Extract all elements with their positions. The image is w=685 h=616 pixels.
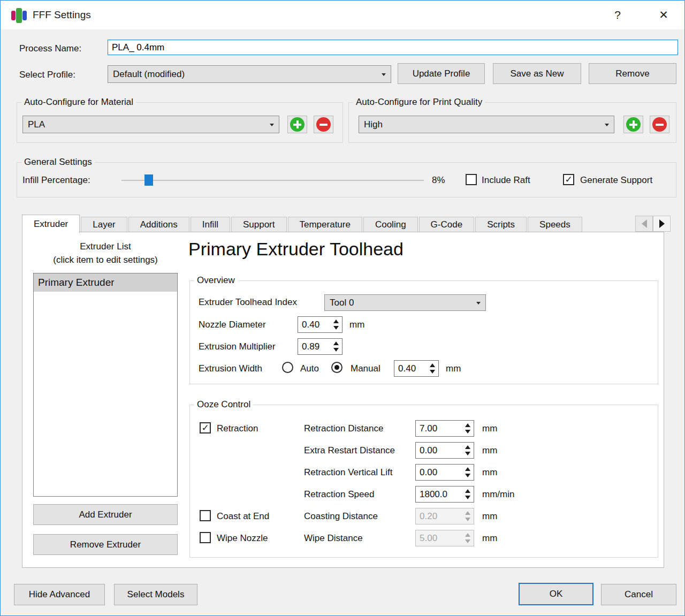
cancel-button[interactable]: Cancel (601, 584, 676, 605)
quality-group-title: Auto-Configure for Print Quality (353, 97, 485, 108)
process-name-label: Process Name: (19, 43, 81, 54)
close-icon[interactable]: ✕ (654, 6, 673, 24)
retraction-label: Retraction (217, 423, 258, 434)
tab-extruder[interactable]: Extruder (22, 215, 80, 233)
spin-down-icon[interactable] (465, 430, 470, 434)
retraction-speed-label: Retraction Speed (304, 489, 374, 500)
add-extruder-button[interactable]: Add Extruder (33, 504, 178, 525)
include-raft-label: Include Raft (482, 175, 530, 186)
spin-up-icon[interactable] (333, 320, 339, 323)
extrusion-multiplier-input[interactable] (298, 339, 330, 354)
extrusion-width-unit: mm (446, 363, 461, 374)
coasting-distance-spinner (415, 508, 474, 524)
profile-dropdown[interactable]: Default (modified) (108, 65, 391, 83)
tab-scroll-left-icon (642, 219, 647, 228)
infill-slider-handle[interactable] (144, 174, 153, 186)
tab-gcode[interactable]: G-Code (419, 217, 475, 232)
spin-down-icon[interactable] (465, 452, 470, 455)
extrusion-width-manual-label: Manual (351, 363, 380, 374)
quality-dropdown[interactable]: High (359, 116, 614, 133)
include-raft-checkbox[interactable] (466, 174, 477, 185)
nozzle-diameter-label: Nozzle Diameter (199, 320, 266, 330)
generate-support-label: Generate Support (580, 175, 652, 186)
remove-quality-button[interactable] (650, 116, 669, 133)
tab-speeds[interactable]: Speeds (528, 217, 582, 232)
hide-advanced-button[interactable]: Hide Advanced (14, 584, 105, 605)
process-name-input[interactable] (108, 40, 678, 55)
update-profile-button[interactable]: Update Profile (398, 63, 485, 84)
nozzle-diameter-input[interactable] (298, 317, 330, 332)
infill-percent-value: 8% (432, 175, 445, 186)
extrusion-width-spinner[interactable] (394, 360, 439, 377)
spin-up-icon[interactable] (333, 341, 339, 345)
ok-button[interactable]: OK (519, 583, 593, 605)
tab-scripts[interactable]: Scripts (475, 217, 527, 232)
spin-up-icon[interactable] (465, 489, 470, 493)
material-dropdown[interactable]: PLA (22, 116, 279, 133)
spin-down-icon (465, 518, 470, 521)
remove-profile-button[interactable]: Remove (589, 63, 676, 84)
add-quality-button[interactable] (623, 116, 643, 133)
infill-slider-track[interactable] (121, 180, 424, 181)
spin-up-icon[interactable] (465, 467, 470, 471)
spin-down-icon[interactable] (333, 348, 339, 352)
save-as-new-button[interactable]: Save as New (493, 63, 581, 84)
spin-down-icon[interactable] (430, 370, 435, 374)
spin-up-icon[interactable] (465, 423, 470, 427)
extra-restart-distance-input[interactable] (416, 443, 462, 458)
list-item-primary-extruder[interactable]: Primary Extruder (34, 273, 177, 292)
spin-up-icon[interactable] (430, 363, 435, 367)
extrusion-multiplier-spinner[interactable] (298, 338, 342, 355)
spin-down-icon[interactable] (465, 496, 470, 499)
coast-at-end-checkbox[interactable] (200, 510, 211, 521)
extrusion-width-manual-radio[interactable] (331, 362, 342, 373)
coasting-distance-label: Coasting Distance (304, 511, 378, 522)
chevron-down-icon (605, 124, 609, 126)
generate-support-checkbox[interactable] (563, 174, 574, 185)
fff-settings-dialog: FFF Settings ? ✕ Process Name: Select Pr… (0, 0, 685, 616)
extra-restart-distance-spinner[interactable] (415, 442, 474, 459)
tab-support[interactable]: Support (231, 217, 287, 232)
retraction-vertical-lift-input[interactable] (416, 465, 462, 480)
spin-down-icon[interactable] (465, 474, 470, 477)
retraction-vertical-lift-spinner[interactable] (415, 464, 474, 481)
add-material-button[interactable] (287, 116, 307, 133)
tab-additions[interactable]: Additions (128, 217, 189, 232)
help-icon[interactable]: ? (608, 6, 627, 24)
retraction-speed-input[interactable] (416, 486, 462, 502)
tab-scroll-left-button[interactable] (635, 216, 653, 232)
tab-cooling[interactable]: Cooling (363, 217, 418, 232)
retraction-speed-unit: mm/min (482, 489, 514, 500)
retraction-distance-spinner[interactable] (415, 420, 474, 437)
tab-layer[interactable]: Layer (81, 217, 127, 232)
quality-groupbox: Auto-Configure for Print Quality High (348, 102, 676, 143)
tab-infill[interactable]: Infill (191, 217, 230, 232)
extrusion-width-auto-radio[interactable] (282, 362, 293, 373)
select-models-button[interactable]: Select Models (114, 584, 197, 605)
wipe-nozzle-checkbox[interactable] (200, 532, 211, 543)
tab-scroll-right-icon (659, 219, 665, 228)
material-groupbox: Auto-Configure for Material PLA (17, 102, 343, 143)
extruder-list-heading-line2: (click item to edit settings) (33, 253, 178, 267)
extruder-listbox[interactable]: Primary Extruder (33, 273, 178, 497)
retraction-distance-input[interactable] (416, 421, 462, 436)
spin-down-icon (465, 539, 470, 543)
spin-up-icon[interactable] (465, 445, 470, 449)
chevron-down-icon (270, 124, 274, 126)
infill-percentage-label: Infill Percentage: (22, 175, 90, 186)
spin-down-icon[interactable] (333, 326, 339, 330)
tab-scroll-right-button[interactable] (653, 216, 671, 232)
wipe-distance-spinner (415, 530, 474, 546)
retraction-speed-spinner[interactable] (415, 486, 474, 503)
tab-temperature[interactable]: Temperature (288, 217, 362, 232)
extruder-list-heading-line1: Extruder List (33, 240, 178, 253)
toolhead-index-dropdown[interactable]: Tool 0 (324, 294, 486, 311)
extrusion-width-input[interactable] (394, 361, 427, 376)
chevron-down-icon (382, 73, 386, 76)
remove-extruder-button[interactable]: Remove Extruder (33, 534, 178, 555)
plus-icon (290, 117, 305, 132)
extruder-list-heading: Extruder List (click item to edit settin… (33, 240, 178, 267)
nozzle-diameter-spinner[interactable] (298, 316, 342, 333)
retraction-checkbox[interactable] (200, 422, 211, 434)
remove-material-button[interactable] (314, 116, 333, 133)
